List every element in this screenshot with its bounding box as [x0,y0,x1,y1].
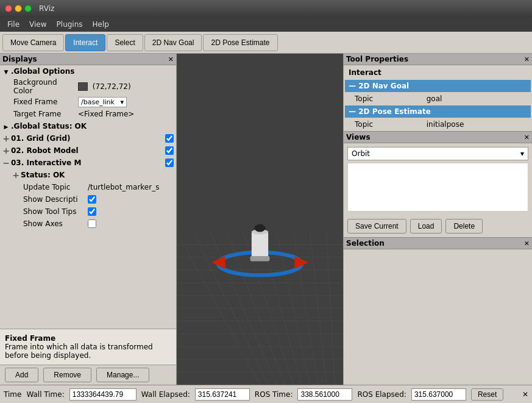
minimize-button[interactable] [15,5,22,12]
global-options-row[interactable]: .Global Options [0,65,176,77]
target-frame-value: <Fixed Frame> [78,110,175,118]
show-tooltips-row: Show Tool Tips [20,205,176,218]
views-dropdown[interactable]: Orbit ▾ [347,147,528,160]
show-desc-row: Show Descripti [20,193,176,205]
bg-color-value: (72,72,72) [78,82,175,91]
target-frame-label: Target Frame [11,110,78,118]
window-title: RViz [39,4,54,13]
add-button[interactable]: Add [5,368,38,382]
pose-estimate-topic-row: Topic initialpose [345,119,531,130]
views-header: Views ✕ [344,132,532,143]
global-options-expander[interactable] [1,66,11,76]
select-button[interactable]: Select [107,34,143,51]
close-button[interactable] [5,5,12,12]
tool-properties-section: Tool Properties ✕ Interact — 2D Nav Goal… [344,54,532,132]
right-panel: Tool Properties ✕ Interact — 2D Nav Goal… [343,54,532,385]
show-axes-label: Show Axes [21,219,88,228]
menu-file[interactable]: File [2,19,24,30]
displays-header: Displays ✕ [0,54,176,65]
nav-goal-topic-row: Topic goal [345,93,531,104]
update-topic-row: Update Topic /turtlebot_marker_s [20,181,176,193]
menu-help[interactable]: Help [88,19,114,30]
grid-row[interactable]: + 01. Grid (Grid) [0,132,176,144]
bg-color-label: Background Color [11,78,78,95]
views-close[interactable]: ✕ [524,134,530,141]
views-dropdown-arrow: ▾ [520,149,524,158]
update-topic-value: /turtlebot_marker_s [88,183,175,191]
wall-elapsed-value[interactable] [195,388,250,401]
show-axes-checkbox[interactable] [88,219,96,228]
reset-button[interactable]: Reset [471,388,503,401]
time-bar-close[interactable]: ✕ [522,390,528,399]
fixed-frame-row: Fixed Frame /base_link ▾ [10,96,176,108]
ros-elapsed-value[interactable] [411,388,466,401]
window-controls[interactable] [5,5,32,12]
time-bar: Time Wall Time: Wall Elapsed: ROS Time: … [0,385,532,403]
menu-bar: File View Plugins Help [0,17,532,32]
delete-button[interactable]: Delete [445,219,483,234]
bg-color-swatch[interactable] [78,82,88,91]
maximize-button[interactable] [24,5,32,12]
left-panel: Displays ✕ .Global Options Background Co… [0,54,177,385]
nav-goal-minus: — [349,82,358,90]
remove-button[interactable]: Remove [43,368,91,382]
status-ok-expander[interactable]: + [11,170,21,180]
views-section: Views ✕ Orbit ▾ Save Current Load Delete [344,132,532,238]
global-status-label: .Global Status: OK [11,122,175,130]
wall-time-value[interactable] [69,388,137,401]
selection-close[interactable]: ✕ [524,240,530,248]
show-axes-row: Show Axes [20,218,176,230]
interact-row: Interact [345,66,531,79]
interactive-m-checkbox[interactable] [165,159,174,167]
grid-label: 01. Grid (Grid) [11,134,165,143]
grid-checkbox[interactable] [165,134,174,143]
nav-goal-topic-key: Topic [345,93,422,104]
displays-tree[interactable]: .Global Options Background Color (72,72,… [0,65,176,329]
menu-plugins[interactable]: Plugins [52,19,88,30]
pose-estimate-minus: — [349,107,358,116]
main-layout: Displays ✕ .Global Options Background Co… [0,54,532,385]
selection-section: Selection ✕ [344,238,532,385]
displays-close[interactable]: ✕ [168,55,174,63]
tool-props-table: Interact — 2D Nav Goal Topic goal — 2D P… [344,65,532,131]
ros-elapsed-label: ROS Elapsed: [357,390,406,399]
info-box: Fixed Frame Frame into which all data is… [0,329,176,365]
ros-time-label: ROS Time: [255,390,293,399]
show-desc-checkbox[interactable] [88,195,96,204]
info-title: Fixed Frame [5,334,171,343]
target-frame-row: Target Frame <Fixed Frame> [10,108,176,120]
robot-model-expander[interactable]: + [1,146,11,155]
views-title: Views [346,133,371,141]
viewport-panel[interactable] [177,54,343,385]
status-ok-row[interactable]: + Status: OK [10,169,176,181]
robot-model-label: 02. Robot Model [11,146,165,155]
show-desc-label: Show Descripti [21,195,88,204]
interactive-m-row[interactable]: − 03. Interactive M [0,157,176,169]
load-button[interactable]: Load [410,219,442,234]
show-tooltips-checkbox[interactable] [88,207,96,216]
robot-model-row[interactable]: + 02. Robot Model [0,144,176,157]
tool-props-close[interactable]: ✕ [524,55,530,63]
global-status-expander[interactable] [1,121,11,131]
interact-button[interactable]: Interact [65,34,105,51]
save-current-button[interactable]: Save Current [347,219,406,234]
menu-view[interactable]: View [24,19,51,30]
2d-nav-goal-label: — 2D Nav Goal [345,80,531,92]
manage-button[interactable]: Manage... [96,368,149,382]
info-body: Frame into which all data is transformed… [5,343,171,360]
interactive-m-expander[interactable]: − [1,158,11,168]
3d-viewport [177,54,343,385]
svg-rect-29 [250,256,270,261]
2d-nav-goal-button[interactable]: 2D Nav Goal [144,34,202,51]
grid-expander[interactable]: + [1,134,11,143]
wall-elapsed-label: Wall Elapsed: [141,390,190,399]
views-content: Orbit ▾ [344,143,532,215]
2d-pose-estimate-button[interactable]: 2D Pose Estimate [203,34,277,51]
ros-time-value[interactable] [297,388,352,401]
global-status-row[interactable]: .Global Status: OK [0,120,176,132]
svg-rect-0 [177,54,343,385]
views-current: Orbit [352,149,370,158]
robot-model-checkbox[interactable] [165,146,174,155]
fixed-frame-dropdown[interactable]: /base_link ▾ [78,97,127,107]
move-camera-button[interactable]: Move Camera [2,34,64,51]
